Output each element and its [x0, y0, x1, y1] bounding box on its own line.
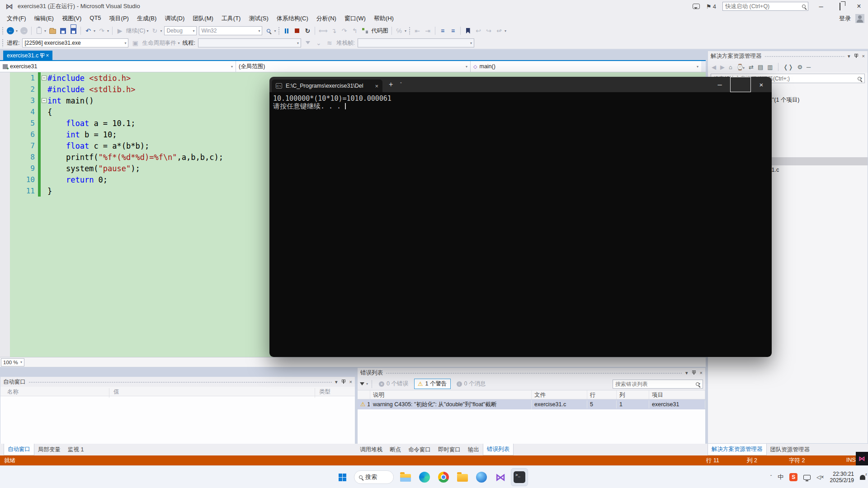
taskbar-icon-file-explorer[interactable]: [397, 468, 414, 486]
code-map-icon[interactable]: [361, 26, 369, 36]
panel-tab[interactable]: 即时窗口: [434, 444, 464, 455]
error-list-search-box[interactable]: ▾: [613, 380, 703, 389]
terminal-maximize-button[interactable]: [730, 77, 751, 92]
increase-indent-icon[interactable]: ≡: [449, 26, 457, 36]
tools-icon[interactable]: ⚙: [797, 64, 802, 70]
panel-tab[interactable]: 局部变量: [34, 444, 64, 455]
break-all-icon[interactable]: [283, 26, 291, 36]
close-terminal-tab-icon[interactable]: ×: [375, 83, 378, 89]
volume-muted-icon[interactable]: ◁×: [816, 474, 824, 480]
filter-icon[interactable]: [360, 382, 364, 388]
fold-marker-icon[interactable]: −: [42, 75, 47, 80]
window-position-icon[interactable]: ▾: [685, 370, 688, 376]
panel-tab[interactable]: 自动窗口: [4, 444, 34, 455]
panel-tab[interactable]: 输出: [464, 444, 483, 455]
error-list-row[interactable]: ⚠ 1warning C4305: "初始化": 从"double"到"floa…: [358, 399, 705, 409]
quick-launch-box[interactable]: [722, 2, 808, 11]
column-header[interactable]: 列: [617, 390, 649, 399]
menu-item[interactable]: 分析(N): [312, 13, 340, 24]
taskbar-icon-chrome[interactable]: [435, 468, 452, 486]
menu-item[interactable]: 工具(T): [217, 13, 245, 24]
notification-bell-icon[interactable]: [860, 475, 865, 480]
bookmark-icon[interactable]: [464, 26, 472, 36]
taskbar-clock[interactable]: 22:30:21 2025/2/19: [830, 471, 854, 483]
menu-item[interactable]: 文件(F): [3, 13, 30, 24]
taskbar-icon-terminal[interactable]: >_: [511, 468, 528, 486]
network-icon[interactable]: [803, 475, 811, 480]
document-tab[interactable]: exercise31.c ×: [3, 51, 52, 60]
close-button[interactable]: ×: [853, 2, 865, 10]
error-list-search-input[interactable]: [615, 381, 696, 387]
column-header[interactable]: 项目: [649, 390, 705, 399]
view-code-icon[interactable]: ❬❭: [783, 64, 793, 70]
sign-in-link[interactable]: 登录: [839, 14, 851, 23]
new-tab-icon[interactable]: +: [389, 80, 393, 89]
pending-changes-filter-icon[interactable]: ⌚▾: [736, 64, 745, 70]
panel-tab[interactable]: 命令窗口: [405, 444, 434, 455]
fold-marker-icon[interactable]: −: [42, 98, 47, 103]
menu-item[interactable]: 测试(S): [245, 13, 272, 24]
menu-item[interactable]: 编辑(E): [30, 13, 58, 24]
save-all-icon[interactable]: [69, 26, 77, 36]
user-avatar[interactable]: [855, 14, 864, 23]
terminal-tab[interactable]: C:\ E:\C_Programs\exercise31\Del ×: [272, 80, 382, 92]
platform-dropdown[interactable]: Win32▾: [199, 26, 262, 35]
panel-tab[interactable]: 监视 1: [64, 444, 87, 455]
warnings-filter-button[interactable]: ⚠1 个警告: [414, 379, 451, 389]
panel-tab[interactable]: 断点: [386, 444, 405, 455]
undo-icon[interactable]: ↶: [84, 26, 92, 36]
quick-launch-input[interactable]: [725, 3, 802, 9]
pin-icon[interactable]: [42, 54, 42, 58]
project-dropdown[interactable]: exercise31▾: [0, 61, 236, 72]
find-in-files-icon[interactable]: [264, 26, 273, 36]
menu-item[interactable]: 项目(P): [105, 13, 133, 24]
code-map-label[interactable]: 代码图: [372, 27, 389, 35]
terminal-close-button[interactable]: ×: [751, 77, 772, 92]
tray-expand-icon[interactable]: ˆ: [770, 474, 772, 480]
close-tab-icon[interactable]: ×: [46, 52, 49, 59]
window-position-icon[interactable]: ▾: [335, 379, 338, 385]
panel-tab[interactable]: 解决方案资源管理器: [708, 444, 767, 455]
auto-hide-pin-icon[interactable]: [343, 380, 344, 384]
start-button[interactable]: [334, 468, 351, 486]
errors-filter-button[interactable]: ×0 个错误: [376, 379, 411, 389]
collapse-all-icon[interactable]: ▤: [758, 64, 763, 70]
decrease-indent-icon[interactable]: ≡: [439, 26, 447, 36]
terminal-minimize-button[interactable]: ─: [709, 77, 730, 92]
auto-hide-pin-icon[interactable]: [856, 54, 857, 58]
menu-item[interactable]: 帮助(H): [370, 13, 398, 24]
menu-item[interactable]: 窗口(W): [340, 13, 370, 24]
panel-tab[interactable]: 团队资源管理器: [767, 444, 814, 455]
process-dropdown[interactable]: [22596] exercise31.exe▾: [22, 38, 128, 47]
auto-hide-pin-icon[interactable]: [693, 371, 694, 375]
sync-with-active-document-icon[interactable]: ⇄: [749, 64, 754, 70]
column-header[interactable]: 文件: [532, 390, 587, 399]
column-header[interactable]: 值: [113, 388, 119, 396]
close-panel-icon[interactable]: ×: [700, 370, 703, 375]
column-header[interactable]: 名称: [7, 388, 19, 396]
minimize-button[interactable]: ─: [815, 3, 827, 10]
notifications-flag[interactable]: ⚑4: [706, 3, 716, 10]
panel-tab[interactable]: 调用堆栈: [356, 444, 386, 455]
toolbar-grip[interactable]: [2, 27, 4, 35]
menu-item[interactable]: 调试(D): [160, 13, 189, 24]
column-header[interactable]: 说明: [370, 390, 532, 399]
ime-indicator[interactable]: 中: [778, 473, 783, 481]
home-icon[interactable]: ⌂: [729, 64, 732, 70]
close-panel-icon[interactable]: ×: [862, 53, 865, 59]
column-header[interactable]: 行: [587, 390, 617, 399]
taskbar-icon-folder[interactable]: [454, 468, 471, 486]
snagit-icon[interactable]: S: [789, 473, 797, 481]
menu-item[interactable]: QT5: [85, 13, 105, 24]
menu-item[interactable]: 团队(M): [189, 13, 217, 24]
navigate-back-button[interactable]: ←: [6, 26, 14, 36]
menu-item[interactable]: 生成(B): [133, 13, 160, 24]
scope-dropdown[interactable]: (全局范围)▾: [236, 61, 471, 72]
panel-tab[interactable]: 错误列表: [483, 444, 514, 455]
tab-dropdown-icon[interactable]: ˆ: [400, 82, 401, 87]
taskbar-icon-edge[interactable]: [416, 468, 433, 486]
feedback-icon[interactable]: [693, 4, 700, 9]
open-file-icon[interactable]: [48, 26, 57, 36]
menu-item[interactable]: 视图(V): [58, 13, 85, 24]
solution-config-dropdown[interactable]: Debug▾: [164, 26, 197, 35]
